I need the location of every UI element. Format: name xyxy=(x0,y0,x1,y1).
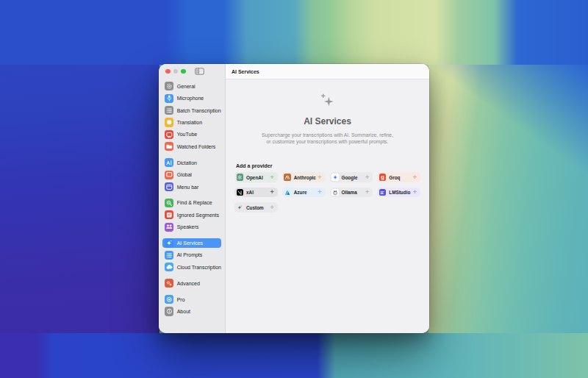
add-provider-plus-icon: + xyxy=(270,189,273,196)
add-provider-plus-icon: + xyxy=(318,174,321,181)
sidebar-item-label: Find & Replace xyxy=(177,200,212,205)
provider-label: Anthropic xyxy=(294,175,318,180)
gear-icon xyxy=(165,82,173,90)
page-description-line1: Supercharge your transcriptions with AI.… xyxy=(234,132,420,138)
add-provider-plus-icon: + xyxy=(270,204,273,211)
sidebar-item-ignored-segments[interactable]: Ignored Segments xyxy=(162,210,221,220)
sidebar-item-global[interactable]: Global xyxy=(162,170,221,180)
provider-label: xAI xyxy=(246,190,270,195)
text-cursor-icon xyxy=(165,158,173,167)
sidebar-item-label: Microphone xyxy=(177,96,204,101)
sidebar-item-label: Pro xyxy=(177,297,185,302)
sidebar-item-advanced[interactable]: Advanced xyxy=(162,278,221,288)
provider-button-xai[interactable]: xAI+ xyxy=(234,188,278,198)
sidebar-item-label: Menu bar xyxy=(177,185,199,190)
sidebar-item-label: Global xyxy=(177,172,192,177)
add-provider-plus-icon: + xyxy=(270,174,273,181)
list-icon xyxy=(165,251,173,260)
sidebar-item-label: AI Prompts xyxy=(177,252,203,257)
sparkle-dark-icon xyxy=(237,204,244,211)
sidebar-item-watched-folders[interactable]: Watched Folders xyxy=(162,141,221,151)
provider-button-lmstudio[interactable]: LMStudio+ xyxy=(377,188,420,198)
cloud-icon xyxy=(165,263,173,271)
sidebar-item-label: Watched Folders xyxy=(177,144,216,149)
hero: AI Services Supercharge your transcripti… xyxy=(234,79,420,145)
globe-icon xyxy=(165,118,173,126)
sidebar-nav: GeneralMicrophoneBatch TranscriptionTran… xyxy=(159,79,225,318)
sidebar-item-label: About xyxy=(177,309,190,314)
menubar-icon xyxy=(165,182,173,191)
ollama-icon xyxy=(331,189,339,196)
window-title: AI Services xyxy=(232,69,259,74)
page-description-line2: or customize your transcriptions with po… xyxy=(234,138,420,145)
sidebar-item-label: Speakers xyxy=(177,224,199,229)
provider-button-google[interactable]: Google+ xyxy=(330,172,373,182)
sidebar-item-label: Batch Transcription xyxy=(177,108,221,113)
wallpaper-left-stripes xyxy=(0,0,159,378)
sidebar-section-gap xyxy=(162,234,221,238)
add-provider-plus-icon: + xyxy=(318,189,321,196)
provider-label: LMStudio xyxy=(389,190,412,195)
provider-label: OpenAI xyxy=(246,175,270,180)
provider-label: Azure xyxy=(294,190,318,195)
provider-grid: OpenAI+Anthropic+Google+gGroq+xAI+Azure+… xyxy=(234,172,420,213)
groq-icon: g xyxy=(379,174,387,181)
sidebar: GeneralMicrophoneBatch TranscriptionTran… xyxy=(159,64,226,333)
sidebar-item-menu-bar[interactable]: Menu bar xyxy=(162,182,221,192)
ai-services-content: AI Services Supercharge your transcripti… xyxy=(226,79,429,333)
sidebar-item-speakers[interactable]: Speakers xyxy=(162,222,221,232)
sidebar-item-label: Advanced xyxy=(177,281,200,286)
sparkle-icon xyxy=(165,238,173,247)
add-provider-label: Add a provider xyxy=(236,163,420,168)
wallpaper-top-stripes xyxy=(0,0,588,65)
list-icon xyxy=(165,106,173,115)
lmstudio-icon xyxy=(379,189,387,196)
sidebar-item-translation[interactable]: Translation xyxy=(162,118,221,128)
page-description: Supercharge your transcriptions with AI.… xyxy=(234,132,420,145)
monitor-icon xyxy=(165,130,173,139)
sidebar-item-label: Dictation xyxy=(177,160,197,165)
minimize-button[interactable] xyxy=(173,69,179,74)
main-header: AI Services xyxy=(226,64,429,79)
provider-label: Groq xyxy=(389,175,412,180)
titlebar[interactable] xyxy=(159,64,225,79)
sidebar-item-ai-prompts[interactable]: AI Prompts xyxy=(162,250,221,260)
sidebar-item-cloud-transcription[interactable]: Cloud Transcription xyxy=(162,262,221,272)
provider-button-anthropic[interactable]: Anthropic+ xyxy=(282,172,326,182)
sidebar-item-label: General xyxy=(177,84,196,89)
sidebar-item-youtube[interactable]: YouTube xyxy=(162,129,221,140)
close-button[interactable] xyxy=(165,69,171,74)
provider-button-custom[interactable]: Custom+ xyxy=(234,202,278,213)
provider-button-ollama[interactable]: Ollama+ xyxy=(330,188,373,198)
azure-icon xyxy=(284,189,291,196)
sidebar-item-microphone[interactable]: Microphone xyxy=(162,93,221,104)
wallpaper-right-stripes xyxy=(429,0,588,378)
sidebar-item-find-replace[interactable]: Find & Replace xyxy=(162,198,221,208)
sidebar-item-about[interactable]: About xyxy=(162,307,221,317)
microphone-icon xyxy=(165,94,173,103)
gemini-icon xyxy=(331,174,339,181)
document-lines-icon xyxy=(165,210,173,219)
provider-label: Ollama xyxy=(342,190,365,195)
sidebar-item-batch-transcription[interactable]: Batch Transcription xyxy=(162,105,221,115)
folder-icon xyxy=(165,142,173,151)
anthropic-icon xyxy=(284,174,291,181)
add-provider-plus-icon: + xyxy=(413,189,417,196)
sidebar-item-ai-services[interactable]: AI Services xyxy=(162,238,221,249)
settings-window: GeneralMicrophoneBatch TranscriptionTran… xyxy=(159,64,429,333)
add-provider-plus-icon: + xyxy=(365,174,369,181)
provider-button-azure[interactable]: Azure+ xyxy=(282,188,326,198)
zoom-button[interactable] xyxy=(181,69,186,74)
provider-button-groq[interactable]: gGroq+ xyxy=(377,172,420,182)
ai-sparkle-icon xyxy=(320,93,336,108)
gears-icon xyxy=(165,279,173,288)
sidebar-item-pro[interactable]: Pro xyxy=(162,294,221,304)
target-icon xyxy=(165,295,173,304)
main-pane: AI Services AI Services Supercharge your… xyxy=(226,64,429,333)
people-icon xyxy=(165,223,173,232)
sidebar-item-dictation[interactable]: Dictation xyxy=(162,157,221,168)
sidebar-toggle-icon[interactable] xyxy=(195,68,204,75)
provider-button-openai[interactable]: OpenAI+ xyxy=(234,172,278,182)
sidebar-item-general[interactable]: General xyxy=(162,82,221,92)
wallpaper-bottom-stripes xyxy=(0,333,588,378)
